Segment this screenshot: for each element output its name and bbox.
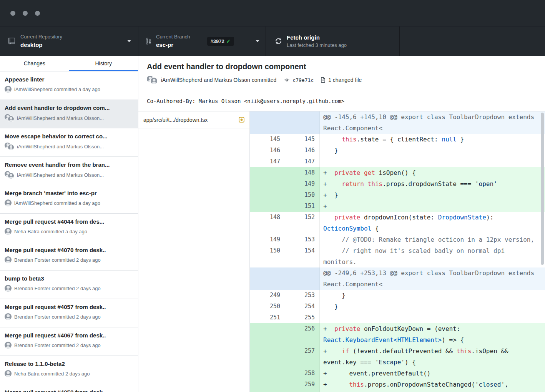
diff-code-line: @@ -249,6 +253,13 @@ export class Toolba… — [320, 267, 545, 290]
commit-meta-text: Neha Batra committed a day ago — [14, 229, 87, 234]
avatar — [5, 256, 12, 263]
file-list: app/src/ui/t.../dropdown.tsx — [138, 111, 250, 392]
commit-meta-row: iAmWillShepherd and Markus Olsson... — [5, 171, 133, 179]
check-icon: ✓ — [226, 38, 231, 44]
avatar — [5, 199, 12, 206]
commit-list-item[interactable]: Release to 1.1.0-beta2 Neha Batra commit… — [0, 356, 138, 384]
diff-new-lineno — [285, 267, 320, 290]
fetch-subtitle: Last fetched 3 minutes ago — [287, 42, 347, 48]
commit-list-item[interactable]: Move escape behavior to correct co... iA… — [0, 128, 138, 157]
diff-row: 150 154 // right now it's scaled badly o… — [250, 245, 545, 267]
avatar — [5, 228, 12, 235]
commit-list-item[interactable]: Merge pull request #4059 from desk.. — [0, 384, 138, 392]
diff-old-lineno: 148 — [250, 212, 285, 234]
repository-switcher[interactable]: Current Repository desktop — [0, 27, 138, 56]
diff-new-lineno: 151 — [285, 201, 320, 212]
commit-title: Merge pull request #4057 from desk.. — [5, 303, 133, 311]
commit-list-item[interactable]: Merge pull request #4067 from desk.. Bre… — [0, 327, 138, 356]
commit-list-item[interactable]: Remove event handler from the bran... iA… — [0, 157, 138, 185]
app-window: Current Repository desktop Current Branc… — [0, 0, 545, 392]
commit-avatars — [5, 370, 12, 377]
diff-new-lineno: 154 — [285, 245, 320, 267]
diff-old-lineno: 146 — [250, 145, 285, 156]
file-path: app/src/ui/t.../dropdown.tsx — [143, 117, 236, 123]
commit-avatars — [5, 199, 12, 206]
commit-meta-row: Neha Batra committed a day ago — [5, 228, 133, 235]
fetch-origin-button[interactable]: Fetch origin Last fetched 3 minutes ago — [266, 27, 400, 56]
commit-list-item[interactable]: Merge pull request #4070 from desk.. Bre… — [0, 242, 138, 271]
tab-history[interactable]: History — [69, 56, 138, 71]
titlebar — [0, 0, 545, 26]
diff-old-lineno — [250, 323, 285, 345]
branch-switcher[interactable]: Current Branch esc-pr #3972 ✓ — [138, 27, 266, 56]
pr-number-badge: #3972 ✓ — [207, 37, 234, 46]
diff-code-line: @@ -145,6 +145,10 @@ export class Toolba… — [320, 111, 545, 134]
commit-list-item[interactable]: Appease linter iAmWillShepherd committed… — [0, 71, 138, 100]
diff-new-lineno: 256 — [285, 323, 320, 345]
diff-new-lineno — [285, 111, 320, 134]
diff-old-lineno — [250, 368, 285, 379]
repo-book-icon — [8, 38, 15, 45]
changed-files-count: 1 changed file — [328, 77, 362, 83]
commit-list-item[interactable]: bump to beta3 Brendan Forster committed … — [0, 271, 138, 299]
diff-row: 249 253 } — [250, 290, 545, 301]
diff-old-lineno: 150 — [250, 245, 285, 267]
commit-title: Add event handler to dropdown component — [147, 62, 537, 71]
commit-list-item[interactable]: Merge pull request #4044 from des... Neh… — [0, 214, 138, 242]
diff-row: @@ -249,6 +253,13 @@ export class Toolba… — [250, 267, 545, 290]
commit-avatars — [5, 86, 12, 93]
commit-authors: iAmWillShepherd and Markus Olsson commit… — [161, 77, 276, 83]
diff-scrollbar-thumb[interactable] — [541, 113, 544, 265]
diff-new-lineno: 150 — [285, 189, 320, 201]
diff-old-lineno — [250, 167, 285, 178]
commit-icon — [284, 77, 290, 83]
commit-title: Move escape behavior to correct co... — [5, 133, 133, 140]
diff-code-line: } — [320, 145, 545, 156]
diff-row: 257 + if (!event.defaultPrevented && thi… — [250, 345, 545, 368]
commit-list: Appease linter iAmWillShepherd committed… — [0, 71, 138, 392]
avatar — [8, 116, 14, 122]
zoom-button[interactable] — [35, 11, 40, 16]
tab-changes[interactable]: Changes — [0, 56, 69, 71]
minimize-button[interactable] — [23, 11, 28, 16]
commit-list-item[interactable]: Merge pull request #4057 from desk.. Bre… — [0, 299, 138, 327]
commit-list-item[interactable]: Merge branch 'master' into esc-pr iAmWil… — [0, 185, 138, 214]
commit-meta-text: iAmWillShepherd and Markus Olsson... — [17, 172, 104, 178]
commit-meta-row: iAmWillShepherd and Markus Olsson... — [5, 143, 133, 150]
commit-title: Merge pull request #4067 from desk.. — [5, 332, 133, 339]
chevron-down-icon — [127, 40, 131, 42]
diff-new-lineno: 153 — [285, 234, 320, 245]
diff-code-line: + return this.props.dropdownState === 'o… — [320, 178, 545, 189]
commit-meta-row: Brendan Forster committed 2 days ago — [5, 342, 133, 349]
sidebar-tabs: Changes History — [0, 56, 138, 71]
toolbar-spacer — [400, 27, 545, 56]
modified-icon — [239, 117, 244, 123]
diff-old-lineno: 145 — [250, 134, 285, 145]
commit-list-item[interactable]: Add event handler to dropdown com... iAm… — [0, 100, 138, 128]
file-list-item[interactable]: app/src/ui/t.../dropdown.tsx — [138, 111, 249, 128]
commit-meta-row: Brendan Forster committed 2 days ago — [5, 313, 133, 320]
diff-code-line — [320, 312, 545, 323]
commit-title: Merge pull request #4059 from desk.. — [5, 389, 133, 392]
commit-meta-row: Brendan Forster committed 2 days ago — [5, 285, 133, 292]
commit-header: Add event handler to dropdown component … — [138, 56, 545, 91]
diff-code-line: + private get isOpen() { — [320, 167, 545, 178]
avatar — [5, 285, 12, 292]
main-panel: Add event handler to dropdown component … — [138, 56, 545, 392]
diff-row: 147 147 — [250, 156, 545, 167]
close-button[interactable] — [10, 11, 15, 16]
diff-row: 151 + — [250, 201, 545, 212]
diff-new-lineno: 147 — [285, 156, 320, 167]
diff-code-line: + event.preventDefault() — [320, 368, 545, 379]
avatar — [8, 145, 14, 150]
diff-row: 258 + event.preventDefault() — [250, 368, 545, 379]
diff-row: 149 + return this.props.dropdownState ==… — [250, 178, 545, 189]
commit-meta-row: Brendan Forster committed 2 days ago — [5, 256, 133, 263]
changed-file-icon — [320, 77, 326, 83]
commit-title: Add event handler to dropdown com... — [5, 104, 133, 111]
diff-old-lineno — [250, 379, 285, 392]
commit-meta-text: iAmWillShepherd committed a day ago — [14, 200, 100, 206]
avatar — [5, 370, 12, 377]
avatar — [5, 342, 12, 349]
diff-new-lineno: 152 — [285, 212, 320, 234]
